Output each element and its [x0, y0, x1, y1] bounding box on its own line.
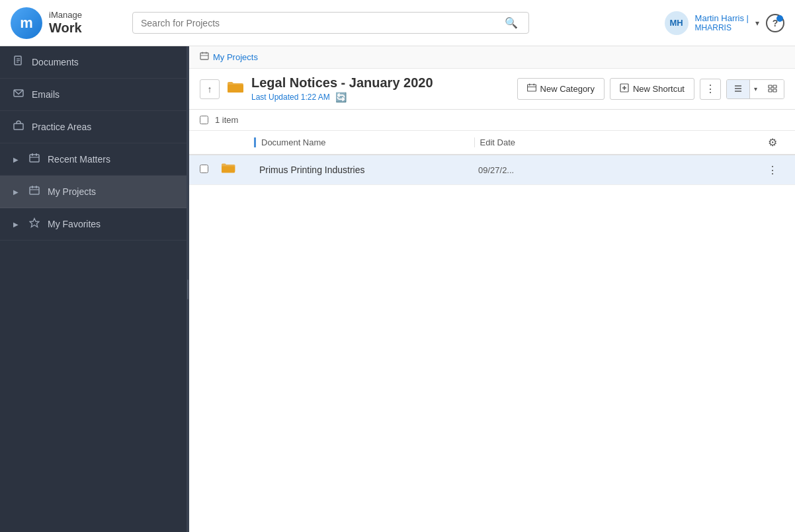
grid-view-button[interactable]	[761, 80, 784, 98]
list-view-button[interactable]	[727, 80, 750, 98]
svg-rect-13	[200, 53, 208, 59]
select-all-checkbox[interactable]	[200, 116, 208, 124]
svg-rect-6	[30, 155, 39, 162]
svg-rect-11	[36, 186, 37, 188]
brand-bottom: Work	[49, 20, 82, 35]
logo-text: iManage Work	[49, 11, 82, 34]
svg-rect-18	[529, 84, 530, 86]
breadcrumb-icon	[200, 52, 209, 63]
svg-rect-7	[32, 153, 33, 156]
sidebar-emails-label: Emails	[32, 89, 173, 100]
recent-matters-expand-icon: ▶	[13, 156, 19, 163]
project-actions: New Category New Shortcut ⋮ ▾	[517, 78, 784, 100]
th-settings-icon[interactable]: ⚙	[761, 136, 784, 149]
item-count-bar: 1 item	[189, 110, 795, 131]
sidebar-my-favorites-label: My Favorites	[48, 219, 173, 229]
project-header: ↑ Legal Notices - January 2020 Last Upda…	[189, 69, 795, 110]
notification-dot	[776, 15, 783, 22]
my-projects-icon	[29, 185, 40, 198]
user-chevron-icon[interactable]: ▾	[755, 19, 759, 28]
sidebar: Documents Emails Practice Areas ▶ Recent…	[0, 46, 187, 532]
user-info[interactable]: Martin Harris | MHARRIS	[695, 13, 749, 33]
brand-top: iManage	[49, 11, 82, 20]
svg-rect-16	[228, 85, 243, 93]
svg-rect-26	[769, 85, 772, 88]
project-meta: Last Updated 1:22 AM 🔄	[251, 92, 511, 102]
recent-matters-icon	[29, 153, 40, 166]
svg-rect-15	[206, 52, 207, 54]
main-layout: Documents Emails Practice Areas ▶ Recent…	[0, 46, 795, 532]
item-count-text: 1 item	[215, 115, 238, 125]
back-button[interactable]: ↑	[200, 79, 220, 99]
new-category-label: New Category	[540, 84, 595, 94]
my-projects-expand-icon: ▶	[13, 188, 19, 196]
my-favorites-expand-icon: ▶	[13, 221, 19, 228]
practice-areas-icon	[13, 120, 24, 133]
sidebar-documents-label: Documents	[32, 57, 173, 67]
sidebar-item-my-projects[interactable]: ▶ My Projects	[0, 176, 187, 208]
svg-rect-9	[30, 187, 39, 194]
search-area[interactable]: 🔍	[132, 12, 529, 34]
svg-rect-5	[14, 124, 23, 130]
project-title: Legal Notices - January 2020	[251, 75, 511, 91]
sidebar-my-projects-label: My Projects	[48, 186, 173, 197]
last-updated-text: Last Updated 1:22 AM	[251, 93, 330, 102]
svg-rect-17	[527, 85, 536, 91]
sidebar-item-my-favorites[interactable]: ▶ My Favorites	[0, 208, 187, 241]
sidebar-item-emails[interactable]: Emails	[0, 79, 187, 111]
project-folder-icon	[226, 79, 245, 99]
more-options-button[interactable]: ⋮	[700, 79, 721, 100]
table-row[interactable]: Primus Printing Industries 09/27/2... ⋮	[189, 155, 795, 185]
svg-rect-30	[222, 167, 235, 173]
new-shortcut-button[interactable]: New Shortcut	[610, 78, 694, 100]
td-folder-icon	[221, 162, 254, 178]
view-toggle-chevron[interactable]: ▾	[750, 81, 761, 96]
svg-rect-14	[202, 52, 204, 54]
emails-icon	[13, 88, 24, 101]
search-button[interactable]: 🔍	[502, 17, 521, 29]
my-favorites-icon	[29, 217, 40, 231]
svg-rect-19	[533, 84, 534, 86]
project-title-area: Legal Notices - January 2020 Last Update…	[251, 75, 511, 102]
content: My Projects ↑ Legal Notices - January 20…	[189, 46, 795, 532]
new-shortcut-icon	[620, 83, 629, 95]
user-name: Martin Harris |	[695, 13, 749, 24]
svg-marker-12	[30, 219, 39, 227]
td-more-button[interactable]: ⋮	[761, 164, 784, 176]
th-document-name: Document Name	[254, 137, 474, 147]
sidebar-item-recent-matters[interactable]: ▶ Recent Matters	[0, 143, 187, 176]
logo-icon: m	[11, 7, 42, 39]
view-toggles: ▾	[726, 79, 784, 99]
td-checkbox	[200, 164, 221, 176]
refresh-icon[interactable]: 🔄	[335, 92, 347, 102]
user-avatar[interactable]: MH	[665, 11, 689, 35]
search-input[interactable]	[141, 18, 502, 28]
new-category-icon	[527, 83, 536, 95]
table-header: Document Name Edit Date ⚙	[189, 131, 795, 155]
th-edit-date: Edit Date	[474, 137, 554, 147]
svg-rect-28	[769, 89, 772, 92]
header-right: MH Martin Harris | MHARRIS ▾ ?	[665, 11, 784, 35]
sidebar-recent-matters-label: Recent Matters	[48, 154, 173, 165]
sidebar-practice-areas-label: Practice Areas	[32, 122, 173, 132]
svg-rect-27	[773, 85, 776, 88]
svg-rect-8	[36, 153, 37, 156]
header: m iManage Work 🔍 MH Martin Harris | MHAR…	[0, 0, 795, 46]
new-shortcut-label: New Shortcut	[633, 84, 685, 94]
documents-icon	[13, 56, 24, 69]
svg-rect-10	[32, 186, 33, 188]
logo-area: m iManage Work	[11, 7, 116, 39]
breadcrumb-link[interactable]: My Projects	[213, 52, 258, 62]
row-checkbox[interactable]	[200, 165, 208, 173]
sidebar-item-practice-areas[interactable]: Practice Areas	[0, 111, 187, 143]
sidebar-item-documents[interactable]: Documents	[0, 46, 187, 79]
breadcrumb: My Projects	[189, 46, 795, 69]
td-document-name: Primus Printing Industries	[254, 165, 473, 175]
table-area: 1 item Document Name Edit Date ⚙	[189, 110, 795, 532]
user-id: MHARRIS	[695, 23, 749, 32]
help-wrap: ?	[766, 14, 784, 32]
td-edit-date: 09/27/2...	[473, 165, 552, 175]
svg-rect-29	[773, 89, 776, 92]
new-category-button[interactable]: New Category	[517, 78, 605, 100]
